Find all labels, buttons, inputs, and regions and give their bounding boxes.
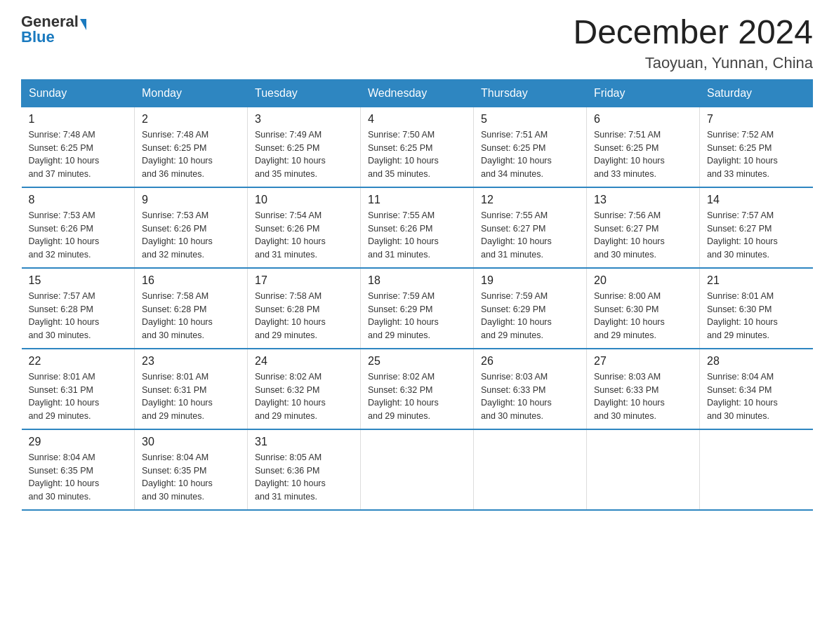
day-number: 28 bbox=[707, 355, 806, 368]
calendar-day-cell: 15 Sunrise: 7:57 AM Sunset: 6:28 PM Dayl… bbox=[22, 268, 135, 349]
calendar-day-cell: 27 Sunrise: 8:03 AM Sunset: 6:33 PM Dayl… bbox=[587, 349, 700, 429]
day-info: Sunrise: 7:54 AM Sunset: 6:26 PM Dayligh… bbox=[255, 209, 353, 262]
weekday-header: Friday bbox=[587, 79, 700, 107]
weekday-header: Tuesday bbox=[248, 79, 361, 107]
month-title: December 2024 bbox=[573, 14, 813, 51]
day-info: Sunrise: 7:51 AM Sunset: 6:25 PM Dayligh… bbox=[481, 128, 579, 181]
day-number: 24 bbox=[255, 355, 353, 368]
calendar-day-cell: 13 Sunrise: 7:56 AM Sunset: 6:27 PM Dayl… bbox=[587, 187, 700, 268]
weekday-header: Wednesday bbox=[361, 79, 474, 107]
day-info: Sunrise: 7:59 AM Sunset: 6:29 PM Dayligh… bbox=[368, 290, 466, 342]
calendar-day-cell: 31 Sunrise: 8:05 AM Sunset: 6:36 PM Dayl… bbox=[248, 429, 361, 510]
day-number: 29 bbox=[29, 436, 128, 448]
day-number: 22 bbox=[29, 355, 128, 368]
day-number: 5 bbox=[481, 113, 579, 126]
day-number: 17 bbox=[255, 274, 353, 287]
calendar-week-row: 29 Sunrise: 8:04 AM Sunset: 6:35 PM Dayl… bbox=[22, 429, 813, 510]
calendar-week-row: 1 Sunrise: 7:48 AM Sunset: 6:25 PM Dayli… bbox=[22, 107, 813, 187]
calendar-day-cell: 10 Sunrise: 7:54 AM Sunset: 6:26 PM Dayl… bbox=[248, 187, 361, 268]
day-info: Sunrise: 7:58 AM Sunset: 6:28 PM Dayligh… bbox=[255, 290, 353, 342]
day-number: 30 bbox=[142, 436, 240, 448]
calendar-day-cell: 30 Sunrise: 8:04 AM Sunset: 6:35 PM Dayl… bbox=[135, 429, 248, 510]
calendar-day-cell: 3 Sunrise: 7:49 AM Sunset: 6:25 PM Dayli… bbox=[248, 107, 361, 187]
calendar-week-row: 22 Sunrise: 8:01 AM Sunset: 6:31 PM Dayl… bbox=[22, 349, 813, 429]
calendar-day-cell: 6 Sunrise: 7:51 AM Sunset: 6:25 PM Dayli… bbox=[587, 107, 700, 187]
day-info: Sunrise: 8:04 AM Sunset: 6:35 PM Dayligh… bbox=[142, 451, 240, 504]
calendar-day-cell: 11 Sunrise: 7:55 AM Sunset: 6:26 PM Dayl… bbox=[361, 187, 474, 268]
day-info: Sunrise: 8:01 AM Sunset: 6:31 PM Dayligh… bbox=[29, 370, 128, 423]
calendar-day-cell bbox=[700, 429, 813, 510]
day-number: 31 bbox=[255, 436, 353, 448]
calendar-day-cell: 19 Sunrise: 7:59 AM Sunset: 6:29 PM Dayl… bbox=[474, 268, 587, 349]
calendar-table: SundayMondayTuesdayWednesdayThursdayFrid… bbox=[21, 79, 813, 511]
calendar-day-cell bbox=[587, 429, 700, 510]
day-number: 25 bbox=[368, 355, 466, 368]
day-info: Sunrise: 7:53 AM Sunset: 6:26 PM Dayligh… bbox=[142, 209, 240, 262]
calendar-day-cell: 4 Sunrise: 7:50 AM Sunset: 6:25 PM Dayli… bbox=[361, 107, 474, 187]
day-info: Sunrise: 8:05 AM Sunset: 6:36 PM Dayligh… bbox=[255, 451, 353, 504]
calendar-week-row: 8 Sunrise: 7:53 AM Sunset: 6:26 PM Dayli… bbox=[22, 187, 813, 268]
day-info: Sunrise: 7:59 AM Sunset: 6:29 PM Dayligh… bbox=[481, 290, 579, 342]
title-block: December 2024 Taoyuan, Yunnan, China bbox=[573, 14, 813, 72]
day-number: 9 bbox=[142, 194, 240, 206]
calendar-day-cell bbox=[361, 429, 474, 510]
calendar-day-cell: 7 Sunrise: 7:52 AM Sunset: 6:25 PM Dayli… bbox=[700, 107, 813, 187]
day-number: 19 bbox=[481, 274, 579, 287]
page-header: General Blue December 2024 Taoyuan, Yunn… bbox=[21, 14, 813, 72]
logo: General Blue bbox=[21, 14, 86, 45]
weekday-header: Saturday bbox=[700, 79, 813, 107]
calendar-day-cell: 23 Sunrise: 8:01 AM Sunset: 6:31 PM Dayl… bbox=[135, 349, 248, 429]
day-info: Sunrise: 8:01 AM Sunset: 6:30 PM Dayligh… bbox=[707, 290, 806, 342]
calendar-day-cell bbox=[474, 429, 587, 510]
day-info: Sunrise: 7:53 AM Sunset: 6:26 PM Dayligh… bbox=[29, 209, 128, 262]
day-info: Sunrise: 7:49 AM Sunset: 6:25 PM Dayligh… bbox=[255, 128, 353, 181]
calendar-day-cell: 9 Sunrise: 7:53 AM Sunset: 6:26 PM Dayli… bbox=[135, 187, 248, 268]
day-info: Sunrise: 7:56 AM Sunset: 6:27 PM Dayligh… bbox=[594, 209, 692, 262]
calendar-day-cell: 22 Sunrise: 8:01 AM Sunset: 6:31 PM Dayl… bbox=[22, 349, 135, 429]
calendar-day-cell: 2 Sunrise: 7:48 AM Sunset: 6:25 PM Dayli… bbox=[135, 107, 248, 187]
calendar-day-cell: 8 Sunrise: 7:53 AM Sunset: 6:26 PM Dayli… bbox=[22, 187, 135, 268]
calendar-day-cell: 1 Sunrise: 7:48 AM Sunset: 6:25 PM Dayli… bbox=[22, 107, 135, 187]
day-number: 14 bbox=[707, 194, 806, 206]
day-number: 18 bbox=[368, 274, 466, 287]
day-number: 8 bbox=[29, 194, 128, 206]
day-number: 7 bbox=[707, 113, 806, 126]
day-info: Sunrise: 8:00 AM Sunset: 6:30 PM Dayligh… bbox=[594, 290, 692, 342]
calendar-week-row: 15 Sunrise: 7:57 AM Sunset: 6:28 PM Dayl… bbox=[22, 268, 813, 349]
calendar-day-cell: 21 Sunrise: 8:01 AM Sunset: 6:30 PM Dayl… bbox=[700, 268, 813, 349]
day-number: 20 bbox=[594, 274, 692, 287]
day-number: 12 bbox=[481, 194, 579, 206]
day-number: 4 bbox=[368, 113, 466, 126]
day-info: Sunrise: 8:03 AM Sunset: 6:33 PM Dayligh… bbox=[594, 370, 692, 423]
day-info: Sunrise: 7:57 AM Sunset: 6:28 PM Dayligh… bbox=[29, 290, 128, 342]
day-info: Sunrise: 8:02 AM Sunset: 6:32 PM Dayligh… bbox=[368, 370, 466, 423]
calendar-day-cell: 25 Sunrise: 8:02 AM Sunset: 6:32 PM Dayl… bbox=[361, 349, 474, 429]
weekday-header: Monday bbox=[135, 79, 248, 107]
day-info: Sunrise: 8:04 AM Sunset: 6:35 PM Dayligh… bbox=[29, 451, 128, 504]
day-number: 21 bbox=[707, 274, 806, 287]
day-info: Sunrise: 7:52 AM Sunset: 6:25 PM Dayligh… bbox=[707, 128, 806, 181]
location-title: Taoyuan, Yunnan, China bbox=[573, 54, 813, 72]
calendar-day-cell: 17 Sunrise: 7:58 AM Sunset: 6:28 PM Dayl… bbox=[248, 268, 361, 349]
calendar-day-cell: 5 Sunrise: 7:51 AM Sunset: 6:25 PM Dayli… bbox=[474, 107, 587, 187]
calendar-body: 1 Sunrise: 7:48 AM Sunset: 6:25 PM Dayli… bbox=[22, 107, 813, 510]
calendar-day-cell: 12 Sunrise: 7:55 AM Sunset: 6:27 PM Dayl… bbox=[474, 187, 587, 268]
day-info: Sunrise: 8:01 AM Sunset: 6:31 PM Dayligh… bbox=[142, 370, 240, 423]
calendar-day-cell: 16 Sunrise: 7:58 AM Sunset: 6:28 PM Dayl… bbox=[135, 268, 248, 349]
day-number: 16 bbox=[142, 274, 240, 287]
day-number: 11 bbox=[368, 194, 466, 206]
day-info: Sunrise: 7:50 AM Sunset: 6:25 PM Dayligh… bbox=[368, 128, 466, 181]
day-info: Sunrise: 8:04 AM Sunset: 6:34 PM Dayligh… bbox=[707, 370, 806, 423]
day-number: 27 bbox=[594, 355, 692, 368]
day-number: 6 bbox=[594, 113, 692, 126]
day-info: Sunrise: 7:55 AM Sunset: 6:26 PM Dayligh… bbox=[368, 209, 466, 262]
calendar-day-cell: 28 Sunrise: 8:04 AM Sunset: 6:34 PM Dayl… bbox=[700, 349, 813, 429]
weekday-header: Sunday bbox=[22, 79, 135, 107]
calendar-day-cell: 14 Sunrise: 7:57 AM Sunset: 6:27 PM Dayl… bbox=[700, 187, 813, 268]
day-info: Sunrise: 8:03 AM Sunset: 6:33 PM Dayligh… bbox=[481, 370, 579, 423]
calendar-day-cell: 26 Sunrise: 8:03 AM Sunset: 6:33 PM Dayl… bbox=[474, 349, 587, 429]
day-info: Sunrise: 7:51 AM Sunset: 6:25 PM Dayligh… bbox=[594, 128, 692, 181]
day-number: 3 bbox=[255, 113, 353, 126]
day-info: Sunrise: 8:02 AM Sunset: 6:32 PM Dayligh… bbox=[255, 370, 353, 423]
day-info: Sunrise: 7:57 AM Sunset: 6:27 PM Dayligh… bbox=[707, 209, 806, 262]
